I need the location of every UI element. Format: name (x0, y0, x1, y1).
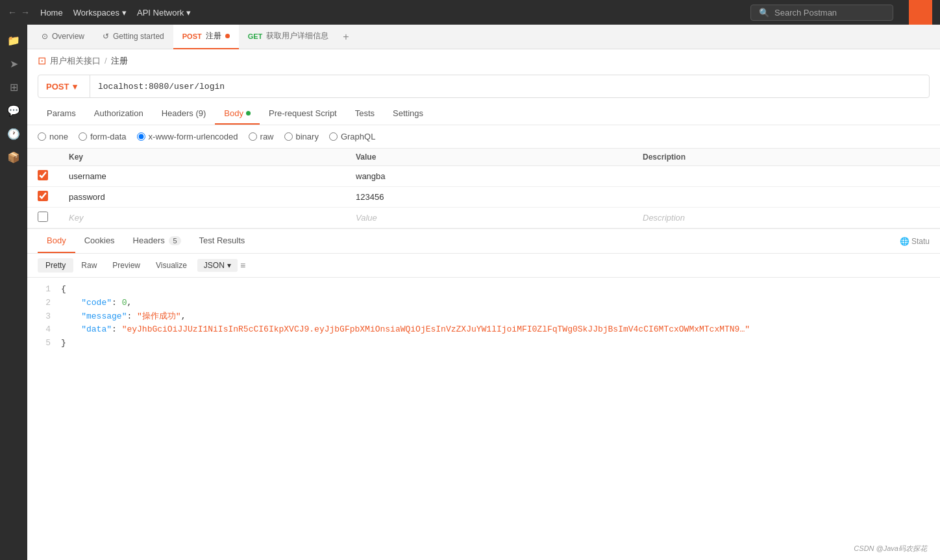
sidebar-icon-box[interactable]: 📦 (3, 147, 24, 167)
kv-key-password: password (69, 192, 356, 202)
tab-unsaved-dot (225, 34, 230, 38)
tab-pre-request[interactable]: Pre-request Script (260, 103, 346, 125)
code-line-2: 2 "code": 0, (38, 297, 930, 310)
breadcrumb-current: 注册 (111, 55, 128, 67)
fmt-tab-preview[interactable]: Preview (105, 258, 148, 273)
new-tab-button[interactable]: + (338, 31, 354, 43)
request-tabs: Params Authorization Headers (9) Body Pr… (27, 103, 940, 125)
resp-tab-test-results[interactable]: Test Results (190, 229, 254, 253)
sidebar-icon-send[interactable]: ➤ (3, 53, 24, 74)
tab-overview[interactable]: ⊙ Overview (32, 25, 93, 49)
format-dropdown-icon: ▾ (227, 261, 231, 270)
body-type-binary[interactable]: binary (284, 132, 319, 141)
nav-end-button[interactable] (909, 0, 932, 25)
code-line-3: 3 "message": "操作成功", (38, 310, 930, 324)
kv-value-placeholder[interactable]: Value (356, 213, 643, 223)
fmt-tab-pretty[interactable]: Pretty (38, 258, 73, 273)
fmt-tab-visualize[interactable]: Visualize (148, 258, 195, 273)
tab-getting-started[interactable]: ↺ Getting started (93, 25, 173, 49)
sidebar: 📁 ➤ ⊞ 💬 🕐 📦 (0, 25, 27, 560)
code-line-4: 4 "data": "eyJhbGciOiJJUzI1NiIsInR5cCI6I… (38, 323, 930, 337)
method-dropdown-icon: ▾ (73, 82, 77, 91)
breadcrumb-icon: ⊡ (38, 55, 46, 67)
method-label: POST (46, 82, 69, 91)
body-type-raw[interactable]: raw (249, 132, 274, 141)
nav-api-network[interactable]: API Network ▾ (137, 8, 191, 18)
kv-header: Key Value Description (27, 148, 940, 166)
tab-headers[interactable]: Headers (9) (153, 103, 216, 125)
nav-home[interactable]: Home (40, 8, 63, 18)
method-selector[interactable]: POST ▾ (38, 75, 90, 97)
kv-checkbox-username[interactable] (38, 170, 48, 180)
tab-body[interactable]: Body (215, 103, 260, 125)
kv-key-username: username (69, 171, 356, 181)
main-content: ⊙ Overview ↺ Getting started POST 注册 GET… (27, 25, 940, 560)
kv-value-username: wangba (356, 171, 643, 181)
resp-tab-cookies[interactable]: Cookies (75, 229, 124, 253)
forward-button[interactable]: → (21, 7, 30, 18)
breadcrumb: ⊡ 用户相关接口 / 注册 (27, 49, 940, 72)
tab-authorization[interactable]: Authorization (85, 103, 153, 125)
code-line-5: 5 } (38, 337, 930, 350)
tab-post-register[interactable]: POST 注册 (173, 25, 239, 49)
body-type-form-data[interactable]: form-data (79, 132, 127, 141)
kv-row-empty: Key Value Description (27, 208, 940, 228)
kv-checkbox-password[interactable] (38, 191, 48, 201)
watermark: CSDN @Java码农探花 (854, 544, 927, 554)
tab-bar: ⊙ Overview ↺ Getting started POST 注册 GET… (27, 25, 940, 49)
tab-settings[interactable]: Settings (384, 103, 432, 125)
fmt-tab-raw[interactable]: Raw (73, 258, 105, 273)
response-tabs: Body Cookies Headers 5 Test Results 🌐 St… (27, 229, 940, 254)
sidebar-icon-history[interactable]: 🕐 (3, 123, 24, 144)
format-selector[interactable]: JSON ▾ (197, 259, 238, 272)
sidebar-icon-grid[interactable]: ⊞ (3, 77, 24, 97)
sidebar-icon-folder[interactable]: 📁 (3, 30, 24, 51)
response-section: Body Cookies Headers 5 Test Results 🌐 St… (27, 228, 940, 560)
resp-tab-headers[interactable]: Headers 5 (124, 229, 190, 253)
kv-desc-placeholder[interactable]: Description (643, 213, 930, 223)
response-status: 🌐 Statu (900, 237, 930, 246)
search-icon: 🔍 (759, 8, 769, 18)
breadcrumb-separator: / (105, 56, 107, 66)
body-type-selector: none form-data x-www-form-urlencoded raw… (27, 125, 940, 148)
clear-response-icon[interactable]: ≡ (238, 258, 248, 273)
kv-row-username: username wangba (27, 166, 940, 187)
kv-col-value: Value (356, 152, 643, 162)
tab-get-user[interactable]: GET 获取用户详细信息 (239, 25, 338, 49)
kv-row-password: password 123456 (27, 187, 940, 208)
kv-table: Key Value Description username wangba pa… (27, 148, 940, 228)
kv-checkbox-empty[interactable] (38, 212, 48, 222)
nav-arrows: ← → (8, 7, 30, 18)
kv-value-password: 123456 (356, 192, 643, 202)
response-format-bar: Pretty Raw Preview Visualize JSON ▾ ≡ (27, 254, 940, 278)
top-nav: ← → Home Workspaces ▾ API Network ▾ 🔍 Se… (0, 0, 940, 25)
back-button[interactable]: ← (8, 7, 17, 18)
kv-col-description: Description (643, 152, 930, 162)
kv-col-key: Key (69, 152, 356, 162)
tab-params[interactable]: Params (38, 103, 85, 125)
url-bar: POST ▾ (38, 75, 930, 98)
breadcrumb-parent[interactable]: 用户相关接口 (50, 55, 101, 67)
body-type-none[interactable]: none (38, 132, 68, 141)
code-line-1: 1 { (38, 283, 930, 297)
url-input[interactable] (90, 82, 929, 91)
resp-tab-body[interactable]: Body (38, 229, 75, 253)
body-modified-dot (246, 111, 251, 116)
tab-tests[interactable]: Tests (346, 103, 384, 125)
nav-workspaces[interactable]: Workspaces ▾ (73, 8, 127, 18)
response-body-viewer[interactable]: 1 { 2 "code": 0, 3 "message": "操作成功", (27, 278, 940, 560)
body-type-graphql[interactable]: GraphQL (329, 132, 375, 141)
kv-key-placeholder[interactable]: Key (69, 213, 356, 223)
body-type-urlencoded[interactable]: x-www-form-urlencoded (137, 132, 238, 141)
search-bar[interactable]: 🔍 Search Postman (750, 5, 893, 21)
sidebar-icon-comments[interactable]: 💬 (3, 100, 24, 121)
